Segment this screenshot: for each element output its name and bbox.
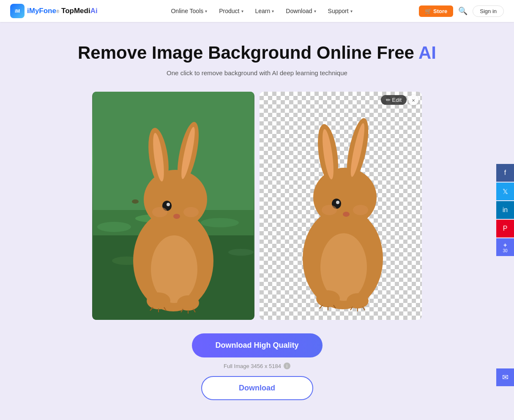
hero-title: Remove Image Background Online Free AI <box>78 42 436 63</box>
nav-item-learn[interactable]: Learn ▾ <box>250 5 279 17</box>
logo-text: iMyFone® TopMediAi <box>27 7 98 15</box>
image-info: Full Image 3456 x 5184 i <box>224 363 290 369</box>
processed-image <box>260 92 422 320</box>
original-image-panel <box>92 92 254 320</box>
main-content: Remove Image Background Online Free AI O… <box>0 22 514 420</box>
svg-point-20 <box>177 295 199 311</box>
nav-item-support[interactable]: Support ▾ <box>323 5 358 17</box>
svg-point-6 <box>228 249 254 256</box>
twitter-share-button[interactable]: 𝕏 <box>496 183 514 200</box>
svg-point-19 <box>147 292 170 309</box>
svg-point-29 <box>132 199 139 204</box>
svg-line-42 <box>320 305 323 308</box>
linkedin-share-button[interactable]: in <box>496 201 514 219</box>
nav-items: Online Tools ▾ Product ▾ Learn ▾ Downloa… <box>108 5 416 17</box>
social-sidebar: f 𝕏 in P + 30 <box>496 164 514 256</box>
logo-icon: iM <box>10 4 25 18</box>
logo[interactable]: iM iMyFone® TopMediAi <box>10 4 98 18</box>
mail-button[interactable]: ✉ <box>496 368 514 386</box>
svg-point-16 <box>167 203 170 206</box>
svg-point-31 <box>313 168 377 227</box>
original-image <box>92 92 254 320</box>
svg-point-10 <box>144 170 207 229</box>
svg-point-48 <box>322 205 337 215</box>
edit-button[interactable]: ✏ Edit <box>381 95 407 105</box>
svg-point-28 <box>183 207 199 217</box>
signin-button[interactable]: Sign in <box>473 5 504 17</box>
chevron-down-icon: ▾ <box>350 9 353 14</box>
nav-right: 🛒 Store 🔍 Sign in <box>419 5 504 17</box>
svg-point-17 <box>173 214 180 219</box>
svg-point-40 <box>316 290 340 307</box>
more-share-button[interactable]: + 30 <box>496 238 514 256</box>
svg-point-5 <box>201 218 239 227</box>
nav-item-download[interactable]: Download ▾ <box>281 5 321 17</box>
svg-point-49 <box>353 205 368 215</box>
nav-item-online-tools[interactable]: Online Tools ▾ <box>166 5 212 17</box>
svg-point-3 <box>97 222 131 232</box>
navbar: iM iMyFone® TopMediAi Online Tools ▾ Pro… <box>0 0 514 22</box>
svg-point-37 <box>336 201 339 204</box>
chevron-down-icon: ▾ <box>241 9 243 14</box>
download-hq-button[interactable]: Download High Quality <box>192 333 323 357</box>
nav-item-product[interactable]: Product ▾ <box>214 5 248 17</box>
pinterest-share-button[interactable]: P <box>496 220 514 237</box>
chevron-down-icon: ▾ <box>272 9 274 14</box>
svg-point-41 <box>347 293 369 308</box>
svg-point-27 <box>152 207 167 217</box>
image-comparison-area: × ✏ Edit <box>92 92 422 320</box>
chevron-down-icon: ▾ <box>205 9 207 14</box>
chevron-down-icon: ▾ <box>314 9 316 14</box>
hero-subtitle: One click to remove background with AI d… <box>167 69 347 76</box>
download-button[interactable]: Download <box>201 376 313 400</box>
store-button[interactable]: 🛒 Store <box>419 5 453 17</box>
processed-image-panel: × ✏ Edit <box>260 92 422 320</box>
facebook-share-button[interactable]: f <box>496 164 514 182</box>
info-icon: i <box>284 363 290 369</box>
svg-point-38 <box>343 212 350 217</box>
svg-line-47 <box>363 307 365 310</box>
search-button[interactable]: 🔍 <box>458 6 468 16</box>
